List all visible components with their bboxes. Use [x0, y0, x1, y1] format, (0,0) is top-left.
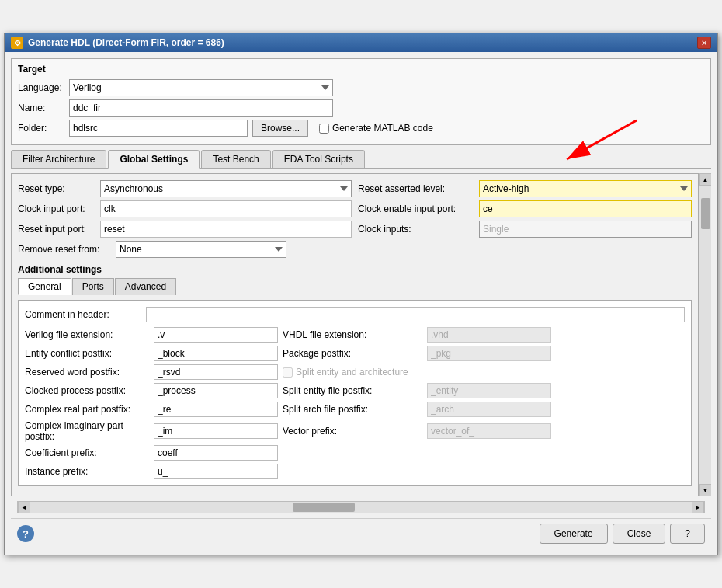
- split-entity-label: Split entity and architecture: [296, 367, 408, 378]
- clocked-process-label: Clocked process postfix:: [25, 385, 149, 396]
- name-input[interactable]: [69, 99, 333, 117]
- help-btn[interactable]: ?: [670, 524, 705, 544]
- generate-matlab-row: Generate MATLAB code: [319, 123, 433, 134]
- vector-prefix-input[interactable]: [427, 423, 551, 439]
- inner-tabs: General Ports Advanced: [18, 278, 692, 295]
- help-button[interactable]: ?: [17, 525, 34, 542]
- language-select[interactable]: Verilog: [69, 79, 333, 96]
- coeff-prefix-input[interactable]: [154, 445, 278, 461]
- close-button[interactable]: Close: [613, 524, 666, 544]
- generate-matlab-label: Generate MATLAB code: [332, 123, 433, 134]
- reset-type-select[interactable]: Asynchronous: [100, 180, 352, 197]
- tab-test-bench[interactable]: Test Bench: [201, 150, 270, 168]
- clock-input-label: Clock input port:: [18, 204, 95, 214]
- language-label: Language:: [18, 82, 64, 93]
- split-entity-file-input[interactable]: [427, 383, 551, 398]
- clock-inputs-label: Clock inputs:: [358, 224, 474, 235]
- tab-global-settings[interactable]: Global Settings: [108, 150, 200, 169]
- clocked-process-input[interactable]: [154, 383, 278, 398]
- vhdl-ext-label: VHDL file extension:: [283, 329, 422, 340]
- title-bar-left: ⚙ Generate HDL (Direct-Form FIR, order =…: [11, 37, 224, 49]
- main-window: ⚙ Generate HDL (Direct-Form FIR, order =…: [4, 33, 718, 555]
- coeff-prefix-label: Coefficient prefix:: [25, 447, 149, 458]
- split-arch-input[interactable]: [427, 402, 551, 417]
- clock-enable-cell: Clock enable input port:: [358, 200, 692, 217]
- vhdl-ext-input[interactable]: [427, 327, 551, 343]
- title-controls[interactable]: ✕: [697, 37, 711, 49]
- verilog-ext-input[interactable]: [154, 327, 278, 343]
- horizontal-scrollbar[interactable]: ◄ ►: [17, 501, 705, 513]
- split-entity-row: Split entity and architecture: [283, 367, 551, 378]
- name-label: Name:: [18, 103, 64, 113]
- scroll-right-arrow[interactable]: ►: [692, 501, 704, 513]
- scroll-thumb-horizontal[interactable]: [293, 503, 355, 512]
- main-tabs: Filter Architecture Global Settings Test…: [11, 150, 711, 169]
- complex-real-input[interactable]: [154, 402, 278, 417]
- complex-imag-label: Complex imaginary part postfix:: [25, 420, 149, 442]
- complex-real-label: Complex real part postfix:: [25, 404, 149, 415]
- inner-tab-advanced[interactable]: Advanced: [115, 278, 176, 295]
- comment-header-input[interactable]: [146, 307, 685, 322]
- reset-asserted-cell: Reset asserted level: Active-high: [358, 180, 692, 197]
- reset-asserted-label: Reset asserted level:: [358, 183, 474, 194]
- comment-header-label: Comment in header:: [25, 309, 141, 320]
- clock-inputs-select[interactable]: Single: [479, 221, 692, 238]
- clock-inputs-cell: Clock inputs: Single: [358, 221, 692, 238]
- instance-prefix-input[interactable]: [154, 464, 278, 479]
- clock-input-field[interactable]: [100, 200, 352, 217]
- reset-input-cell: Reset input port:: [18, 221, 352, 238]
- folder-row: Folder: Browse... Generate MATLAB code: [18, 120, 704, 137]
- tab-eda-tool-scripts[interactable]: EDA Tool Scripts: [272, 150, 365, 168]
- reset-input-field[interactable]: [100, 221, 352, 238]
- bottom-bar: ? Generate Close ?: [11, 518, 711, 548]
- main-content-area: Reset type: Asynchronous Reset asserted …: [11, 173, 699, 496]
- verilog-ext-label: Verilog file extension:: [25, 329, 149, 340]
- clock-input-cell: Clock input port:: [18, 200, 352, 217]
- split-arch-label: Split arch file postfix:: [283, 404, 422, 415]
- target-label: Target: [18, 64, 704, 75]
- remove-reset-row: Remove reset from: None: [18, 241, 692, 258]
- remove-reset-select[interactable]: None: [116, 241, 286, 258]
- scroll-thumb-vertical[interactable]: [701, 198, 710, 229]
- close-button[interactable]: ✕: [697, 37, 711, 49]
- reset-type-label: Reset type:: [18, 183, 95, 194]
- comment-header-row: Comment in header:: [25, 307, 685, 322]
- window-body: Target Language: Verilog Name: Folder: B…: [5, 52, 717, 555]
- reserved-word-label: Reserved word postfix:: [25, 367, 149, 378]
- package-postfix-label: Package postfix:: [283, 348, 422, 359]
- language-row: Language: Verilog: [18, 79, 704, 96]
- reserved-word-input[interactable]: [154, 364, 278, 380]
- reset-type-cell: Reset type: Asynchronous: [18, 180, 352, 197]
- instance-prefix-label: Instance prefix:: [25, 466, 149, 477]
- window-title: Generate HDL (Direct-Form FIR, order = 6…: [28, 37, 224, 48]
- clock-enable-label: Clock enable input port:: [358, 204, 474, 214]
- split-entity-file-label: Split entity file postfix:: [283, 385, 422, 396]
- additional-settings-label: Additional settings: [18, 264, 692, 275]
- scroll-left-arrow[interactable]: ◄: [18, 501, 30, 513]
- generate-button[interactable]: Generate: [540, 524, 608, 544]
- tab-filter-architecture[interactable]: Filter Architecture: [11, 150, 106, 168]
- global-settings-grid: Reset type: Asynchronous Reset asserted …: [18, 180, 692, 238]
- complex-imag-input[interactable]: [154, 423, 278, 439]
- inner-tab-ports[interactable]: Ports: [72, 278, 114, 295]
- folder-input[interactable]: [69, 120, 248, 137]
- split-entity-checkbox[interactable]: [283, 367, 293, 378]
- browse-button[interactable]: Browse...: [252, 120, 308, 137]
- reset-input-label: Reset input port:: [18, 224, 95, 235]
- scroll-up-arrow[interactable]: ▲: [699, 173, 712, 186]
- entity-conflict-label: Entity conflict postfix:: [25, 348, 149, 359]
- title-bar: ⚙ Generate HDL (Direct-Form FIR, order =…: [5, 33, 717, 52]
- package-postfix-input[interactable]: [427, 346, 551, 361]
- reset-asserted-select[interactable]: Active-high: [479, 180, 692, 197]
- entity-conflict-input[interactable]: [154, 346, 278, 361]
- bottom-right-buttons: Generate Close ?: [540, 524, 705, 544]
- name-row: Name:: [18, 99, 704, 117]
- scroll-down-arrow[interactable]: ▼: [699, 484, 712, 496]
- app-icon: ⚙: [11, 37, 23, 49]
- inner-tab-general[interactable]: General: [18, 278, 71, 295]
- vertical-scrollbar[interactable]: ▲ ▼: [699, 173, 711, 496]
- vector-prefix-label: Vector prefix:: [283, 426, 422, 437]
- clock-enable-field[interactable]: [479, 200, 692, 217]
- settings-section: Comment in header: Verilog file extensio…: [18, 300, 692, 486]
- generate-matlab-checkbox[interactable]: [319, 124, 329, 134]
